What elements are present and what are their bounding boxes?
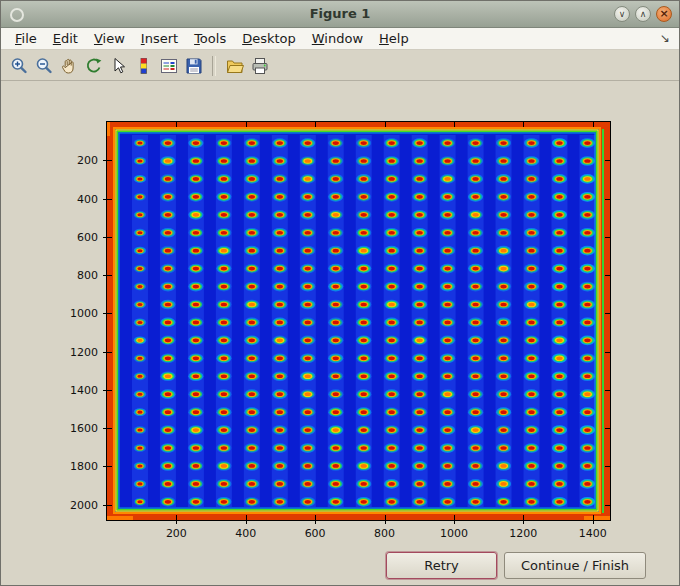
x-tick-label: 800: [374, 527, 395, 540]
x-tick-label: 200: [166, 527, 187, 540]
menu-item-file[interactable]: File: [7, 29, 45, 48]
x-tick-mark: [315, 520, 316, 524]
plot-axes: 2004006008001000120014002004006008001000…: [106, 121, 611, 521]
y-tick-mark: [103, 237, 107, 238]
continue-finish-button[interactable]: Continue / Finish: [504, 552, 646, 579]
menu-item-help[interactable]: Help: [371, 29, 417, 48]
toolbar-separator: [212, 56, 216, 76]
menu-item-tools[interactable]: Tools: [186, 29, 234, 48]
x-tick-mark: [523, 520, 524, 524]
open-folder-icon[interactable]: [223, 54, 246, 77]
menu-item-window[interactable]: Window: [304, 29, 371, 48]
y-tick-mark: [103, 505, 107, 506]
x-tick-mark: [246, 520, 247, 524]
window-controls: ∨ ∧ ×: [614, 6, 672, 22]
zoom-in-icon[interactable]: [7, 54, 30, 77]
menubar: FileEditViewInsertToolsDesktopWindowHelp…: [1, 28, 679, 50]
x-tick-mark: [454, 520, 455, 524]
y-tick-mark: [103, 390, 107, 391]
insert-colorbar-icon[interactable]: [132, 54, 155, 77]
x-tick-mark: [593, 520, 594, 524]
minimize-button[interactable]: ∨: [614, 6, 630, 22]
y-tick-mark: [103, 466, 107, 467]
print-icon[interactable]: [248, 54, 271, 77]
window-title: Figure 1: [1, 6, 679, 21]
menu-item-view[interactable]: View: [86, 29, 133, 48]
menu-item-edit[interactable]: Edit: [45, 29, 86, 48]
zoom-out-icon[interactable]: [32, 54, 55, 77]
maximize-button[interactable]: ∧: [635, 6, 651, 22]
toolbar: [1, 51, 679, 81]
y-tick-label: 1600: [70, 422, 98, 435]
x-tick-label: 1200: [509, 527, 537, 540]
y-tick-mark: [103, 199, 107, 200]
y-tick-label: 400: [77, 192, 98, 205]
dock-figure-icon[interactable]: ↘: [660, 31, 670, 45]
retry-button[interactable]: Retry: [386, 552, 497, 579]
x-tick-label: 1400: [579, 527, 607, 540]
save-figure-icon[interactable]: [182, 54, 205, 77]
y-tick-label: 200: [77, 154, 98, 167]
menu-items: FileEditViewInsertToolsDesktopWindowHelp: [7, 29, 417, 48]
x-tick-label: 400: [235, 527, 256, 540]
y-tick-label: 600: [77, 230, 98, 243]
x-tick-mark: [385, 520, 386, 524]
y-tick-label: 1000: [70, 307, 98, 320]
x-tick-label: 1000: [440, 527, 468, 540]
figure-window: Figure 1 ∨ ∧ × FileEditViewInsertToolsDe…: [0, 0, 680, 586]
y-tick-mark: [103, 352, 107, 353]
x-tick-mark: [176, 520, 177, 524]
y-tick-label: 800: [77, 269, 98, 282]
rotate-3d-icon[interactable]: [82, 54, 105, 77]
y-tick-label: 1400: [70, 383, 98, 396]
y-tick-mark: [103, 428, 107, 429]
titlebar[interactable]: Figure 1 ∨ ∧ ×: [1, 1, 679, 28]
menu-item-desktop[interactable]: Desktop: [234, 29, 304, 48]
menu-item-insert[interactable]: Insert: [133, 29, 186, 48]
pan-hand-icon[interactable]: [57, 54, 80, 77]
x-tick-label: 600: [305, 527, 326, 540]
insert-legend-icon[interactable]: [157, 54, 180, 77]
y-tick-mark: [103, 313, 107, 314]
y-tick-label: 1800: [70, 460, 98, 473]
close-button[interactable]: ×: [656, 6, 672, 22]
data-cursor-icon[interactable]: [107, 54, 130, 77]
y-tick-label: 2000: [70, 498, 98, 511]
plate-image-canvas[interactable]: [107, 122, 610, 520]
y-tick-mark: [103, 160, 107, 161]
y-tick-label: 1200: [70, 345, 98, 358]
y-tick-mark: [103, 275, 107, 276]
